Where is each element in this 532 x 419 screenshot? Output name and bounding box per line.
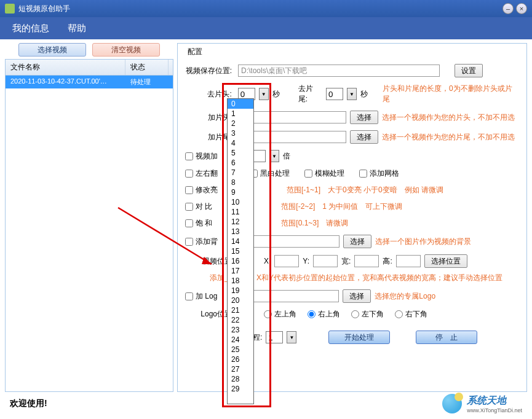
brightness-checkbox[interactable]: 修改亮 [185, 185, 218, 195]
trim-tail-label: 去片尾: [298, 84, 322, 104]
trim-head-unit: 秒 [272, 89, 280, 100]
blur-checkbox[interactable]: 模糊处理 [304, 168, 344, 179]
bg-input[interactable] [247, 235, 339, 248]
dropdown-option[interactable]: 23 [228, 325, 253, 335]
menu-help[interactable]: 帮助 [65, 18, 89, 39]
dropdown-option[interactable]: 29 [228, 384, 253, 394]
dropdown-option[interactable]: 18 [228, 276, 253, 286]
trim-head-dropdown-list[interactable]: 0123456789101112131415161718192021222324… [227, 98, 254, 404]
dropdown-option[interactable]: 22 [228, 315, 253, 325]
add-head-select-button[interactable]: 选择 [350, 111, 378, 124]
select-video-button[interactable]: 选择视频 [18, 43, 86, 57]
contrast-checkbox[interactable]: 对 比 [185, 202, 212, 212]
trim-head-dropdown-button[interactable]: ▼ [259, 88, 269, 100]
main-area: 选择视频 清空视频 文件名称 状态 2020-11-03-10-42-37.CU… [0, 39, 532, 392]
file-row[interactable]: 2020-11-03-10-42-37.CUT.00'… 待处理 [6, 76, 173, 88]
pos-x-label: X: [264, 257, 271, 265]
clear-video-button[interactable]: 清空视频 [92, 43, 160, 57]
dropdown-option[interactable]: 17 [228, 266, 253, 276]
pos-h-input[interactable] [396, 255, 421, 267]
dropdown-option[interactable]: 14 [228, 237, 253, 246]
logo-select-button[interactable]: 选择 [343, 289, 371, 303]
threads-input[interactable] [266, 331, 283, 343]
pos-y-input[interactable] [313, 255, 338, 267]
dropdown-option[interactable]: 20 [228, 296, 253, 305]
save-path-input[interactable] [238, 65, 440, 77]
saturation-checkbox[interactable]: 饱 和 [185, 218, 212, 229]
col-header-name[interactable]: 文件名称 [6, 60, 125, 75]
dropdown-option[interactable]: 16 [228, 256, 253, 266]
trim-hint: 片头和片尾的长度，0为不删除片头或片尾 [383, 84, 519, 104]
bg-select-button[interactable]: 选择 [343, 235, 371, 248]
dropdown-option[interactable]: 6 [228, 158, 253, 168]
trim-head-label: 去片头: [185, 89, 232, 100]
threads-dropdown-button[interactable]: ▼ [287, 331, 296, 343]
speed-checkbox[interactable]: 视频加 [185, 151, 218, 162]
file-status-cell: 待处理 [125, 76, 169, 88]
close-button[interactable]: × [516, 3, 527, 14]
speed-dropdown-button[interactable]: ▼ [269, 150, 279, 162]
dropdown-option[interactable]: 4 [228, 138, 253, 148]
dropdown-option[interactable]: 12 [228, 217, 253, 227]
dropdown-option[interactable]: 1 [228, 109, 253, 119]
col-header-status[interactable]: 状态 [125, 60, 169, 75]
dropdown-option[interactable]: 8 [228, 178, 253, 187]
brand: 系统天地 www.XiTongTianDi.net [442, 394, 522, 413]
dropdown-option[interactable]: 27 [228, 364, 253, 374]
dropdown-option[interactable]: 7 [228, 168, 253, 178]
dropdown-option[interactable]: 5 [228, 148, 253, 158]
dropdown-option[interactable]: 10 [228, 197, 253, 207]
save-path-label: 视频保存位置: [185, 66, 232, 76]
add-head-input[interactable] [238, 111, 346, 123]
pos-select-button[interactable]: 选择位置 [424, 254, 467, 268]
dropdown-option[interactable]: 3 [228, 128, 253, 138]
save-path-set-button[interactable]: 设置 [455, 64, 483, 77]
trim-tail-dropdown-button[interactable]: ▼ [347, 88, 357, 100]
dropdown-option[interactable]: 15 [228, 246, 253, 256]
brand-name: 系统天地 [467, 394, 522, 407]
dropdown-option[interactable]: 9 [228, 187, 253, 197]
flip-checkbox[interactable]: 左右翻 [185, 168, 218, 179]
logo-input[interactable] [247, 290, 339, 302]
logo-pos-br[interactable]: 右下角 [395, 309, 427, 319]
dropdown-option[interactable]: 0 [228, 99, 253, 109]
dropdown-option[interactable]: 21 [228, 305, 253, 315]
grid-checkbox[interactable]: 添加网格 [359, 168, 399, 179]
menu-bar: 我的信息 帮助 [0, 17, 532, 39]
dropdown-option[interactable]: 26 [228, 354, 253, 364]
trim-tail-input[interactable] [326, 88, 343, 100]
dropdown-option[interactable]: 19 [228, 286, 253, 296]
add-tail-select-button[interactable]: 选择 [350, 130, 378, 144]
logo-pos-tl[interactable]: 左上角 [264, 309, 296, 319]
logo-pos-tr[interactable]: 右上角 [308, 309, 340, 319]
start-process-button[interactable]: 开始处理 [328, 331, 390, 344]
brand-logo-icon [442, 394, 462, 413]
title-bar: 短视频原创助手 – × [0, 0, 532, 17]
menu-my-info[interactable]: 我的信息 [10, 18, 52, 39]
app-logo-icon [5, 4, 15, 14]
dropdown-option[interactable]: 11 [228, 207, 253, 217]
welcome-text: 欢迎使用! [10, 398, 47, 409]
dropdown-option[interactable]: 28 [228, 374, 253, 384]
bw-checkbox[interactable]: 黑白处理 [250, 168, 290, 179]
dropdown-option[interactable]: 13 [228, 227, 253, 237]
dropdown-option[interactable]: 2 [228, 119, 253, 128]
brightness-hint: 范围[-1~1] 大于0变亮 小于0变暗 例如 请微调 [287, 185, 443, 195]
pos-h-label: 高: [383, 256, 392, 267]
pos-x-input[interactable] [274, 255, 299, 267]
dropdown-option[interactable]: 25 [228, 345, 253, 354]
dropdown-option[interactable]: 24 [228, 335, 253, 345]
add-tail-input[interactable] [238, 131, 346, 143]
add-tail-label: 加片尾: [185, 132, 232, 143]
window-title: 短视频原创助手 [18, 4, 70, 14]
pos-w-input[interactable] [354, 255, 379, 267]
file-name-cell: 2020-11-03-10-42-37.CUT.00'… [6, 76, 125, 88]
logo-pos-label: Logo位置 [185, 309, 232, 319]
stop-process-button[interactable]: 停 止 [416, 331, 477, 344]
bg-checkbox[interactable]: 添加背 [185, 237, 218, 247]
bg-hint: 选择一个图片作为视频的背景 [375, 237, 471, 247]
logo-checkbox[interactable]: 加 Log [185, 291, 217, 302]
minimize-button[interactable]: – [502, 3, 514, 14]
pos-label: 视频位置 [185, 256, 232, 267]
logo-pos-bl[interactable]: 左下角 [351, 309, 384, 319]
